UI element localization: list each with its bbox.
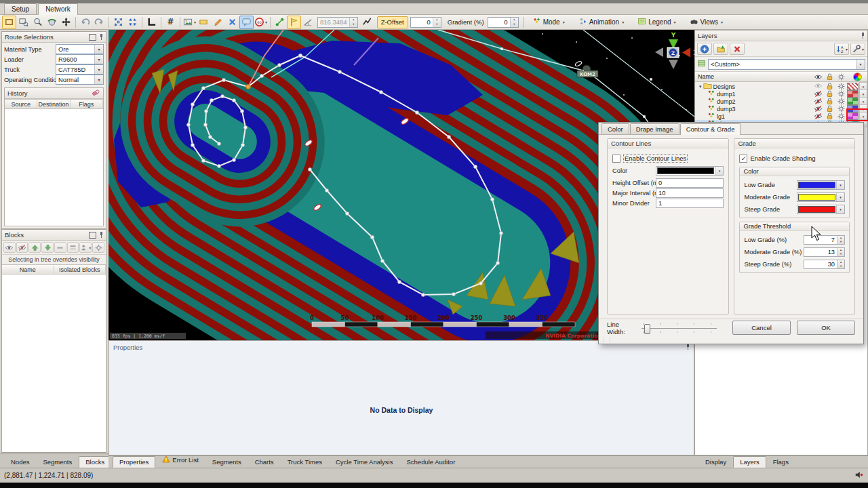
speaker-icon[interactable] <box>854 470 864 481</box>
z-offset-spinner[interactable]: 0 ▲▼ <box>410 17 441 28</box>
node-link-icon[interactable] <box>273 16 287 29</box>
views-menu-button[interactable]: Views▾ <box>684 15 729 29</box>
axis-l-icon[interactable] <box>144 16 159 29</box>
tab-properties[interactable]: Properties <box>113 456 155 468</box>
dialog-resize-grip[interactable]: ⋮⋮ <box>601 337 613 343</box>
flag-icon[interactable] <box>287 16 301 29</box>
gear-icon[interactable] <box>92 242 104 253</box>
measure-rect-icon[interactable] <box>197 16 211 29</box>
chevron-down-icon[interactable]: ▾ <box>94 65 103 74</box>
slider-thumb[interactable] <box>644 324 650 334</box>
comment-icon[interactable] <box>239 16 254 29</box>
low-grade-color-dropdown[interactable]: ▾ <box>797 180 845 190</box>
image-menu-icon[interactable]: ▾ <box>182 16 197 29</box>
tab-schedule-auditor[interactable]: Schedule Auditor <box>399 456 462 468</box>
folder-add-icon[interactable] <box>713 43 728 55</box>
pin-icon[interactable] <box>686 344 690 350</box>
tab-blocks[interactable]: Blocks <box>79 456 111 468</box>
height-offset-m-input[interactable]: 0 <box>656 178 724 188</box>
tab-charts[interactable]: Charts <box>248 456 281 468</box>
steep-grade-color-dropdown[interactable]: ▾ <box>797 205 845 214</box>
restore-panel-icon[interactable] <box>89 34 96 41</box>
redo-icon[interactable] <box>92 16 106 29</box>
minus-icon[interactable] <box>54 242 66 253</box>
z-offset-toggle[interactable]: Z-Offset <box>377 16 408 28</box>
history-column-flags[interactable]: Flags <box>71 100 103 108</box>
zoom-in-window-icon[interactable] <box>125 16 140 29</box>
layers-rows-icon[interactable] <box>67 242 79 253</box>
scale-spin-buttons[interactable]: ▲▼ <box>349 18 357 27</box>
chevron-down-icon[interactable]: ▾ <box>715 167 723 175</box>
delete-x-icon[interactable] <box>225 16 239 29</box>
layer-preset-select[interactable]: <Custom> ▾ <box>708 59 865 70</box>
slope-angle-icon[interactable] <box>301 16 315 29</box>
tab-nodes[interactable]: Nodes <box>4 456 36 468</box>
tools-icon[interactable]: ▾ <box>850 43 865 55</box>
chevron-down-icon[interactable]: ▾ <box>836 193 844 201</box>
tab-flags[interactable]: Flags <box>766 456 795 468</box>
zoom-extents-icon[interactable] <box>111 16 125 29</box>
tab-segments[interactable]: Segments <box>36 456 79 468</box>
line-width-slider[interactable] <box>642 323 717 333</box>
select-rect-icon[interactable] <box>2 16 16 29</box>
z-offset-spin-buttons[interactable]: ▲▼ <box>433 18 441 27</box>
delete-red-icon[interactable] <box>730 43 745 55</box>
undo-icon[interactable] <box>78 16 92 29</box>
chevron-down-icon[interactable]: ▾ <box>94 55 103 64</box>
dialog-tab-contour-grade[interactable]: Contour & Grade <box>680 123 741 135</box>
grid-hash-icon[interactable]: # <box>163 16 178 29</box>
visibility-toggle-icon[interactable] <box>812 81 824 92</box>
mode-menu-button[interactable]: Mode▾ <box>527 15 570 29</box>
loader-select[interactable]: R9600▾ <box>56 54 104 64</box>
tab-layers[interactable]: Layers <box>733 456 766 468</box>
speed-limit-icon[interactable]: 60▾ <box>254 16 268 29</box>
magnifier-icon[interactable] <box>31 16 45 29</box>
enable-contour-lines-checkbox[interactable] <box>612 155 620 163</box>
tree-person-icon[interactable]: ▾ <box>79 242 92 253</box>
pin-icon[interactable] <box>100 232 103 238</box>
arrow-down-icon[interactable] <box>41 242 54 253</box>
sort-az-icon[interactable]: AZ▾ <box>834 43 849 55</box>
truck-select[interactable]: CAT785D▾ <box>56 64 104 75</box>
history-column-destination[interactable]: Destination <box>37 100 70 108</box>
profile-tool-icon[interactable] <box>360 16 374 29</box>
chevron-down-icon[interactable]: ▾ <box>856 60 865 69</box>
scale-spinner[interactable]: 816.3484 ▲▼ <box>317 17 358 28</box>
history-column-source[interactable]: Source <box>5 100 37 108</box>
spin-buttons[interactable]: ▲▼ <box>837 260 844 268</box>
dialog-tab-color[interactable]: Color <box>601 123 629 134</box>
minor-divider-input[interactable]: 1 <box>656 199 724 208</box>
pin-icon[interactable] <box>861 33 865 39</box>
spin-buttons[interactable]: ▲▼ <box>837 236 844 244</box>
top-tab-setup[interactable]: Setup <box>4 3 37 14</box>
gradient-spin-buttons[interactable]: ▲▼ <box>510 18 518 27</box>
legend-menu-button[interactable]: Legend▾ <box>632 15 681 29</box>
steep-grade-spinner[interactable]: 30▲▼ <box>804 260 845 269</box>
cancel-button[interactable]: Cancel <box>732 321 791 335</box>
gradient-spinner[interactable]: 0 ▲▼ <box>488 17 519 28</box>
major-interval-m-input[interactable]: 10 <box>656 188 724 198</box>
history-list[interactable] <box>5 109 103 226</box>
eye-icon[interactable] <box>3 242 16 253</box>
restore-panel-icon[interactable] <box>89 232 96 239</box>
tab-truck-times[interactable]: Truck Times <box>281 456 329 468</box>
ok-button[interactable]: OK <box>797 321 855 335</box>
moderate-grade-color-dropdown[interactable]: ▾ <box>797 192 845 202</box>
orbit-icon[interactable] <box>45 16 59 29</box>
pin-icon[interactable] <box>100 34 103 40</box>
moderate-grade-spinner[interactable]: 13▲▼ <box>804 247 845 257</box>
blocks-column-name[interactable]: Name <box>2 265 54 274</box>
tab-segments[interactable]: Segments <box>205 456 248 468</box>
blocks-column-isolated-blocks[interactable]: Isolated Blocks <box>54 265 106 274</box>
pencil-icon[interactable] <box>211 16 225 29</box>
tab-cycle-time-analysis[interactable]: Cycle Time Analysis <box>329 456 399 468</box>
blocks-list[interactable] <box>2 274 106 452</box>
chevron-down-icon[interactable]: ▾ <box>836 205 844 214</box>
operating-conditions-select[interactable]: Normal▾ <box>56 75 104 85</box>
pan-icon[interactable] <box>59 16 73 29</box>
low-grade-spinner[interactable]: 7▲▼ <box>804 235 845 245</box>
dialog-tab-drape-image[interactable]: Drape Image <box>630 123 679 134</box>
tab-error-list[interactable]: !Error List <box>155 452 205 468</box>
chevron-down-icon[interactable]: ▾ <box>94 45 103 54</box>
contour-color-dropdown[interactable]: ▾ <box>656 166 724 176</box>
